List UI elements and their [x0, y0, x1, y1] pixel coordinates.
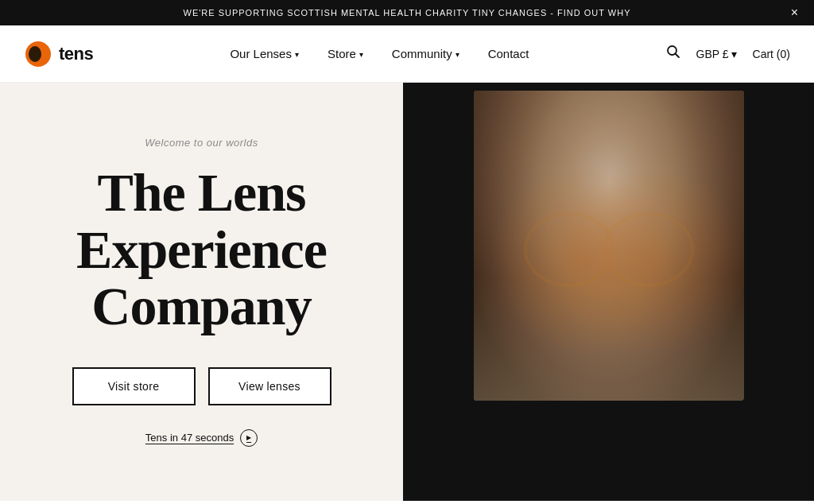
hero-photo: [474, 91, 744, 401]
portrait-svg: [474, 91, 744, 401]
currency-chevron-icon: ▾: [731, 48, 737, 60]
chevron-down-icon: ▾: [359, 50, 363, 59]
hero-section: Welcome to our worlds The Lens Experienc…: [0, 83, 814, 501]
nav-item-store[interactable]: Store ▾: [328, 47, 363, 60]
nav-item-contact[interactable]: Contact: [488, 47, 529, 60]
svg-line-3: [675, 54, 679, 58]
cart-button[interactable]: Cart (0): [753, 48, 790, 60]
portrait-background: [474, 91, 744, 401]
search-icon: [666, 45, 680, 59]
announcement-bar: WE'RE SUPPORTING SCOTTISH MENTAL HEALTH …: [0, 0, 814, 25]
search-button[interactable]: [666, 45, 680, 63]
svg-point-1: [29, 46, 41, 62]
svg-point-5: [605, 214, 692, 285]
chevron-down-icon: ▾: [455, 50, 459, 59]
header: tens Our Lenses ▾ Store ▾ Community ▾ Co…: [0, 25, 814, 83]
hero-title: The Lens Experience Company: [76, 165, 327, 335]
announcement-close-button[interactable]: ×: [791, 6, 798, 19]
nav-item-community[interactable]: Community ▾: [392, 47, 459, 60]
logo-text: tens: [59, 44, 93, 64]
welcome-text: Welcome to our worlds: [145, 137, 258, 149]
currency-selector[interactable]: GBP £ ▾: [696, 48, 737, 60]
hero-left-panel: Welcome to our worlds The Lens Experienc…: [0, 83, 403, 501]
nav-item-our-lenses[interactable]: Our Lenses ▾: [230, 47, 299, 60]
logo-link[interactable]: tens: [24, 40, 93, 68]
currency-label: GBP £: [696, 48, 729, 60]
header-right: GBP £ ▾ Cart (0): [666, 45, 790, 63]
chevron-down-icon: ▾: [295, 50, 299, 59]
svg-point-4: [525, 214, 613, 285]
hero-buttons: Visit store View lenses: [72, 367, 331, 405]
main-nav: Our Lenses ▾ Store ▾ Community ▾ Contact: [230, 47, 529, 60]
play-circle-icon: ▶: [240, 429, 258, 447]
tens-seconds-link[interactable]: Tens in 47 seconds ▶: [145, 429, 258, 447]
view-lenses-button[interactable]: View lenses: [208, 367, 331, 405]
visit-store-button[interactable]: Visit store: [72, 367, 196, 405]
logo-icon: [24, 40, 52, 68]
hero-right-panel: [403, 83, 814, 501]
announcement-text: WE'RE SUPPORTING SCOTTISH MENTAL HEALTH …: [184, 8, 631, 17]
